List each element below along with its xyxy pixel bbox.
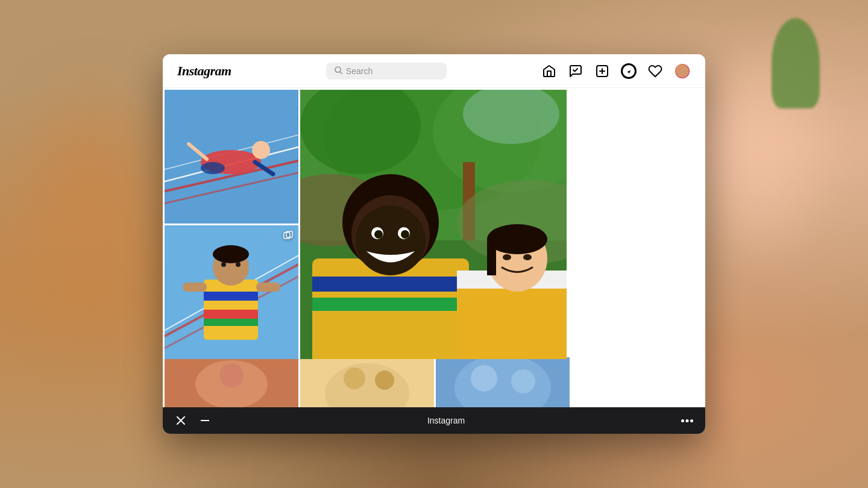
photo-item-4[interactable] — [165, 357, 298, 411]
photo-grid-content — [163, 88, 705, 434]
photo-item-2[interactable] — [165, 225, 298, 359]
svg-point-11 — [252, 141, 270, 159]
bg-plant — [772, 18, 820, 108]
svg-point-61 — [219, 363, 244, 387]
photo-item-1[interactable] — [165, 90, 298, 224]
svg-point-47 — [356, 205, 426, 275]
navbar: Instagram Search — [163, 54, 705, 88]
svg-point-75 — [690, 419, 693, 422]
svg-point-57 — [503, 254, 511, 260]
taskbar: Instagram — [163, 407, 705, 434]
close-button[interactable] — [172, 412, 189, 429]
app-window: Instagram Search — [163, 54, 705, 434]
svg-point-73 — [681, 419, 684, 422]
svg-point-69 — [511, 369, 535, 393]
svg-point-58 — [523, 254, 532, 260]
svg-rect-23 — [204, 310, 258, 319]
svg-point-65 — [375, 371, 394, 390]
avatar-image — [676, 64, 689, 78]
photo-item-6[interactable] — [436, 357, 570, 411]
bottom-photo-row — [163, 357, 705, 411]
search-bar[interactable]: Search — [326, 63, 447, 80]
svg-point-68 — [471, 365, 497, 392]
svg-point-51 — [401, 230, 409, 239]
multiple-images-indicator — [283, 230, 294, 241]
svg-rect-29 — [183, 283, 207, 292]
svg-rect-22 — [204, 292, 258, 301]
svg-point-27 — [221, 262, 226, 267]
search-icon — [335, 66, 342, 76]
home-icon[interactable] — [541, 63, 557, 79]
svg-point-26 — [213, 245, 249, 263]
bg-decoration-left — [0, 60, 181, 361]
svg-rect-44 — [312, 317, 469, 330]
svg-point-64 — [344, 368, 365, 389]
avatar[interactable] — [674, 63, 691, 80]
taskbar-title: Instagram — [221, 416, 671, 425]
messenger-icon[interactable] — [568, 63, 583, 79]
nav-icons — [541, 63, 691, 80]
svg-rect-24 — [204, 319, 258, 326]
svg-point-12 — [201, 162, 225, 174]
photo-item-5[interactable] — [300, 357, 434, 411]
create-icon[interactable] — [594, 63, 610, 79]
svg-point-50 — [374, 230, 383, 239]
minimize-button[interactable] — [197, 412, 213, 429]
svg-line-1 — [340, 72, 342, 74]
svg-rect-56 — [487, 239, 496, 275]
svg-rect-30 — [256, 283, 280, 292]
svg-rect-42 — [312, 277, 469, 292]
instagram-logo: Instagram — [177, 63, 231, 79]
explore-icon[interactable] — [621, 63, 637, 79]
photo-item-3[interactable] — [300, 90, 567, 359]
notifications-icon[interactable] — [647, 63, 663, 79]
svg-point-74 — [686, 419, 689, 422]
more-options-button[interactable] — [679, 412, 696, 429]
svg-point-28 — [236, 262, 241, 267]
main-photo-grid — [163, 88, 705, 357]
svg-point-67 — [454, 357, 551, 411]
svg-rect-43 — [312, 298, 469, 311]
search-placeholder: Search — [346, 66, 373, 76]
